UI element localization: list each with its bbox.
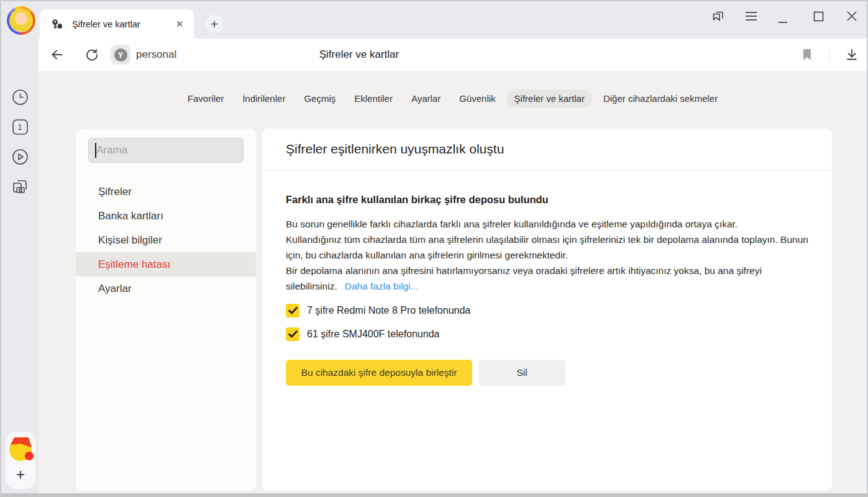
nav-eklentiler[interactable]: Eklentiler bbox=[347, 89, 400, 107]
nav-gecmis[interactable]: Geçmiş bbox=[296, 89, 343, 107]
download-icon[interactable] bbox=[844, 47, 859, 62]
paragraph-3: Bir depolama alanının ana şifresini hatı… bbox=[286, 263, 808, 294]
settings-nav: Favoriler İndirilenler Geçmiş Eklentiler… bbox=[39, 89, 867, 107]
profile-avatar[interactable] bbox=[7, 6, 35, 35]
history-clock-icon[interactable] bbox=[11, 88, 29, 106]
close-window-icon[interactable] bbox=[844, 9, 859, 24]
menu-icon[interactable] bbox=[744, 9, 759, 24]
profile-badge-label: personal bbox=[136, 48, 176, 61]
screenshot-camera-icon[interactable] bbox=[11, 178, 29, 195]
maximize-icon[interactable] bbox=[811, 9, 826, 24]
nav-sifreler-ve-kartlar[interactable]: Şifreler ve kartlar bbox=[507, 89, 592, 107]
bookmark-icon[interactable] bbox=[800, 47, 815, 62]
card-header: Şifreler eşitlenirken uyuşmazlık oluştu bbox=[262, 129, 832, 170]
toolbar-divider bbox=[829, 48, 829, 62]
browser-tab[interactable]: Şifreler ve kartlar ✕ bbox=[40, 9, 194, 39]
sync-conflict-card: Şifreler eşitlenirken uyuşmazlık oluştu … bbox=[262, 129, 832, 491]
checkbox-checked-icon[interactable] bbox=[286, 327, 299, 341]
paragraph-2: Kullandığınız tüm cihazlarda tüm ana şif… bbox=[286, 232, 808, 263]
page-title: Şifreler ve kartlar bbox=[319, 48, 399, 61]
settings-page: Favoriler İndirilenler Geçmiş Eklentiler… bbox=[39, 71, 867, 493]
device-label: 7 şifre Redmi Note 8 Pro telefonunda bbox=[307, 305, 470, 316]
nav-favoriler[interactable]: Favoriler bbox=[180, 89, 231, 107]
add-shortcut-icon[interactable]: + bbox=[16, 467, 25, 482]
tab-count-label: 1 bbox=[17, 122, 22, 132]
more-info-link[interactable]: Daha fazla bilgi... bbox=[345, 281, 419, 291]
browser-window: Şifreler ve kartlar ✕ + bbox=[0, 0, 868, 497]
avatar-image bbox=[9, 9, 33, 32]
passwords-key-icon bbox=[51, 18, 63, 30]
panel-item-kisisel-bilgiler[interactable]: Kişisel bilgiler bbox=[76, 228, 256, 252]
nav-guvenlik[interactable]: Güvenlik bbox=[452, 89, 503, 107]
yandex-browser-logo[interactable] bbox=[9, 439, 32, 461]
panel-item-banka-kartlari[interactable]: Banka kartları bbox=[76, 204, 256, 228]
panel-list: Şifreler Banka kartları Kişisel bilgiler… bbox=[76, 180, 256, 301]
conflict-subtitle: Farklı ana şifre kullanılan birkaç şifre… bbox=[286, 194, 808, 206]
play-media-icon[interactable] bbox=[11, 148, 29, 165]
refresh-icon[interactable] bbox=[85, 47, 99, 62]
browser-launcher-pill: + bbox=[6, 432, 35, 489]
side-panel-icon[interactable] bbox=[710, 9, 725, 24]
sidebar-rail: 1 + bbox=[1, 39, 39, 493]
tab-title: Şifreler ve kartlar bbox=[72, 19, 173, 29]
back-icon[interactable] bbox=[50, 47, 65, 62]
tab-close-icon[interactable]: ✕ bbox=[173, 17, 186, 31]
nav-ayarlar[interactable]: Ayarlar bbox=[404, 89, 448, 107]
checkbox-checked-icon[interactable] bbox=[286, 304, 299, 317]
paragraph-1: Bu sorun genellikle farklı cihazlarda fa… bbox=[286, 216, 808, 232]
merge-button[interactable]: Bu cihazdaki şifre deposuyla birleştir bbox=[286, 360, 472, 386]
device-row: 7 şifre Redmi Note 8 Pro telefonunda bbox=[286, 304, 808, 317]
profile-badge[interactable]: Y personal bbox=[111, 45, 176, 65]
titlebar: Şifreler ve kartlar ✕ + bbox=[1, 1, 867, 39]
delete-button[interactable]: Sil bbox=[478, 360, 565, 386]
nav-indirilenler[interactable]: İndirilenler bbox=[235, 89, 293, 107]
search-input[interactable] bbox=[88, 138, 244, 163]
device-label: 61 şifre SMJ400F telefonunda bbox=[307, 329, 439, 340]
tab-count-badge[interactable]: 1 bbox=[11, 118, 29, 135]
nav-diger-cihazlar[interactable]: Diğer cihazlardaki sekmeler bbox=[596, 89, 725, 107]
panel-item-sifreler[interactable]: Şifreler bbox=[76, 180, 256, 204]
new-tab-button[interactable]: + bbox=[205, 15, 224, 34]
minimize-icon[interactable] bbox=[775, 12, 790, 27]
card-title: Şifreler eşitlenirken uyuşmazlık oluştu bbox=[286, 142, 504, 157]
action-buttons: Bu cihazdaki şifre deposuyla birleştir S… bbox=[286, 360, 808, 386]
conflict-description: Bu sorun genellikle farklı cihazlarda fa… bbox=[286, 216, 808, 294]
device-row: 61 şifre SMJ400F telefonunda bbox=[286, 327, 808, 341]
panel-item-ayarlar[interactable]: Ayarlar bbox=[76, 276, 256, 301]
passwords-sidebar-panel: Şifreler Banka kartları Kişisel bilgiler… bbox=[76, 129, 256, 491]
yandex-id-icon: Y bbox=[111, 45, 130, 65]
panel-item-esitleme-hatasi[interactable]: Eşitleme hatası bbox=[76, 252, 256, 276]
